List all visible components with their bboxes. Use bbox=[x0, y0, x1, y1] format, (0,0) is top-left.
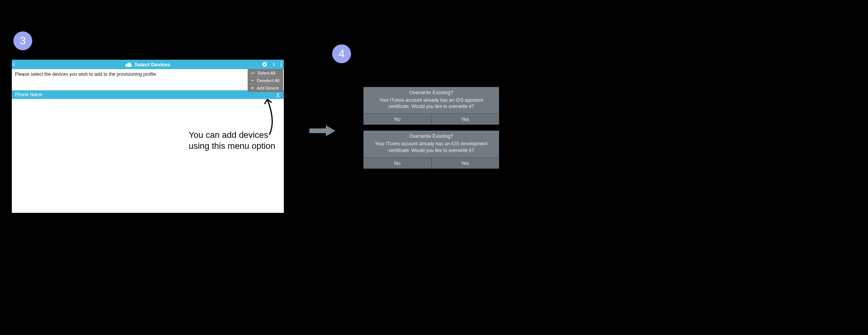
button-label: Yes bbox=[461, 116, 469, 122]
arrow-right-icon bbox=[309, 124, 336, 138]
x-circle-icon bbox=[262, 62, 267, 67]
step-badge-3: 3 bbox=[13, 31, 32, 50]
svg-point-2 bbox=[281, 64, 282, 65]
download-icon bbox=[275, 92, 281, 97]
menu-item-label: Deselect All bbox=[257, 78, 279, 83]
step-badge-4: 4 bbox=[332, 44, 351, 63]
no-button[interactable]: No bbox=[364, 114, 432, 124]
step-number: 4 bbox=[338, 48, 345, 60]
overwrite-development-dialog: Overwrite Existing? Your iTunes account … bbox=[363, 130, 499, 168]
flow-arrow bbox=[309, 124, 336, 138]
overwrite-appstore-dialog: Overwrite Existing? Your iTunes account … bbox=[363, 87, 499, 125]
overflow-menu-button[interactable] bbox=[280, 62, 282, 67]
window-title-text: Select Devices bbox=[134, 62, 170, 68]
no-button[interactable]: No bbox=[364, 158, 432, 168]
yes-button[interactable]: Yes bbox=[432, 158, 499, 168]
yes-button[interactable]: Yes bbox=[432, 114, 499, 124]
svg-point-3 bbox=[281, 66, 282, 67]
svg-point-1 bbox=[281, 62, 282, 63]
dialog-buttons: No Yes bbox=[364, 157, 499, 168]
dialog-body: Your iTunes account already has an iOS a… bbox=[364, 95, 499, 113]
window-title: Select Devices bbox=[12, 62, 284, 68]
menu-item-deselect-all[interactable]: Deselect All bbox=[248, 77, 283, 84]
overflow-menu: Select All Deselect All Add Device bbox=[248, 69, 283, 92]
kebab-icon bbox=[280, 62, 282, 67]
arrow-right-icon bbox=[271, 62, 276, 67]
column-header: Phone Name bbox=[12, 90, 284, 99]
titlebar: Select Devices bbox=[12, 60, 284, 69]
cloud-icon bbox=[125, 62, 132, 67]
double-check-icon bbox=[250, 71, 255, 75]
annotation-text: You can add devices using this menu opti… bbox=[189, 130, 291, 151]
menu-item-label: Add Device bbox=[257, 86, 279, 90]
next-button[interactable] bbox=[271, 62, 276, 67]
dialog-stack: Overwrite Existing? Your iTunes account … bbox=[363, 87, 499, 174]
button-label: Yes bbox=[461, 160, 469, 166]
menu-item-add-device[interactable]: Add Device bbox=[248, 84, 283, 92]
menu-item-select-all[interactable]: Select All bbox=[248, 70, 283, 77]
back-button[interactable] bbox=[12, 62, 21, 67]
minus-icon bbox=[250, 79, 254, 82]
titlebar-actions bbox=[262, 62, 282, 67]
button-label: No bbox=[394, 160, 401, 166]
plus-icon bbox=[250, 86, 254, 90]
arrow-left-icon bbox=[12, 62, 17, 67]
step-number: 3 bbox=[20, 35, 26, 47]
refresh-button[interactable] bbox=[275, 92, 281, 97]
button-label: No bbox=[394, 116, 401, 122]
column-header-label: Phone Name bbox=[15, 92, 42, 97]
dialog-title: Overwrite Existing? bbox=[364, 131, 499, 139]
dialog-buttons: No Yes bbox=[364, 113, 499, 124]
dialog-body: Your iTunes account already has an iOS d… bbox=[364, 139, 499, 157]
menu-item-label: Select All bbox=[257, 71, 275, 75]
dialog-title: Overwrite Existing? bbox=[364, 87, 499, 95]
instruction-text: Please select the devices you wish to ad… bbox=[12, 69, 284, 79]
cancel-button[interactable] bbox=[262, 62, 267, 67]
